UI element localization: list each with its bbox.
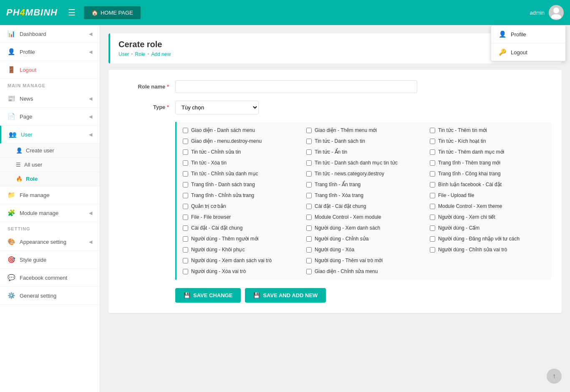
sidebar-item-news[interactable]: 📰 News ◀ xyxy=(0,90,100,108)
permission-label: Người dùng - Xem danh sách vai trò xyxy=(191,258,272,263)
permission-checkbox[interactable] xyxy=(306,269,312,274)
permission-checkbox[interactable] xyxy=(430,149,435,155)
profile-nav-icon: 👤 xyxy=(8,48,15,56)
permission-checkbox[interactable] xyxy=(430,182,435,187)
permission-checkbox[interactable] xyxy=(430,128,435,133)
permission-checkbox[interactable] xyxy=(306,236,312,242)
breadcrumb-role[interactable]: Role xyxy=(135,51,146,57)
permission-checkbox[interactable] xyxy=(306,258,312,263)
permission-checkbox[interactable] xyxy=(430,247,435,253)
permission-item: Cài đặt - Cài đặt chung xyxy=(183,224,298,232)
permission-checkbox[interactable] xyxy=(306,225,312,231)
sidebar-item-label: News xyxy=(20,96,85,102)
permission-checkbox[interactable] xyxy=(430,160,435,166)
permission-checkbox[interactable] xyxy=(183,139,188,144)
button-group: 💾 SAVE CHANGE 💾 SAVE AND ADD NEW xyxy=(175,288,551,303)
breadcrumb-user[interactable]: User xyxy=(119,51,129,57)
sidebar-item-file-manage[interactable]: 📁 File manage xyxy=(0,186,100,204)
permission-checkbox[interactable] xyxy=(183,182,188,187)
sidebar-item-profile[interactable]: 👤 Profile ◀ xyxy=(0,43,100,61)
permission-checkbox[interactable] xyxy=(183,215,188,220)
permission-checkbox[interactable] xyxy=(306,215,312,220)
permission-checkbox[interactable] xyxy=(306,193,312,198)
permission-checkbox[interactable] xyxy=(183,258,188,263)
permission-label: Bình luận facebook - Cài đặt xyxy=(438,182,502,187)
permission-checkbox[interactable] xyxy=(183,128,188,133)
permission-item: Người dùng - Xem danh sách vai trò xyxy=(183,256,298,265)
sidebar-item-create-user[interactable]: 👤 Create user xyxy=(0,144,100,158)
permission-label: Tin tức - Kích hoạt tin xyxy=(438,138,486,144)
sidebar-item-style-guide[interactable]: 🎯 Style guide xyxy=(0,251,100,269)
permission-checkbox[interactable] xyxy=(306,247,312,253)
permission-checkbox[interactable] xyxy=(430,225,435,231)
admin-menu[interactable]: admin xyxy=(530,5,564,20)
breadcrumb-sep: • xyxy=(131,51,133,57)
sidebar-item-page[interactable]: 📄 Page ◀ xyxy=(0,108,100,126)
permission-item: Trang tĩnh - Công khai trang xyxy=(430,169,545,178)
permission-label: Trang tĩnh - Thêm trang mới xyxy=(438,160,500,166)
sidebar-item-label: Dashboard xyxy=(20,31,85,37)
permission-checkbox[interactable] xyxy=(306,182,312,187)
permission-label: File - File browser xyxy=(191,214,231,220)
permission-checkbox[interactable] xyxy=(183,149,188,155)
permission-checkbox[interactable] xyxy=(306,128,312,133)
type-select[interactable]: Tùy chọn xyxy=(175,101,259,114)
permission-checkbox[interactable] xyxy=(183,236,188,242)
sidebar-item-role[interactable]: 🔥 Role xyxy=(0,172,100,186)
sidebar-item-all-user[interactable]: ☰ All user xyxy=(0,158,100,172)
hamburger-button[interactable]: ☰ xyxy=(66,5,78,20)
save-and-add-new-button[interactable]: 💾 SAVE AND ADD NEW xyxy=(245,288,326,303)
permission-checkbox[interactable] xyxy=(306,171,312,177)
permission-checkbox[interactable] xyxy=(430,236,435,242)
save-change-button[interactable]: 💾 SAVE CHANGE xyxy=(175,288,241,303)
arrow-icon: ◀ xyxy=(89,49,92,55)
role-name-input[interactable] xyxy=(175,80,417,93)
permission-checkbox[interactable] xyxy=(183,171,188,177)
all-user-icon: ☰ xyxy=(16,162,21,168)
permission-checkbox[interactable] xyxy=(306,149,312,155)
permission-checkbox[interactable] xyxy=(183,269,188,274)
sidebar-item-label: Page xyxy=(20,114,85,120)
permission-item: Người dùng - Đăng nhập với tư cách xyxy=(430,235,545,243)
dropdown-profile[interactable]: 👤 Profile xyxy=(491,25,565,43)
permission-label: Trang tĩnh - Ẩn trang xyxy=(315,182,361,187)
facebook-comment-icon: 💬 xyxy=(8,274,15,281)
permission-checkbox[interactable] xyxy=(183,225,188,231)
dropdown-logout[interactable]: 🔑 Logout xyxy=(491,43,565,61)
dropdown-profile-label: Profile xyxy=(511,31,526,38)
sidebar-item-logout[interactable]: 🚪 Logout xyxy=(0,61,100,79)
homepage-button[interactable]: 🏠 HOME PAGE xyxy=(84,6,141,19)
breadcrumb-current: Add new xyxy=(151,51,171,57)
sidebar-item-user[interactable]: 👥 User ◀ xyxy=(0,126,100,144)
permission-label: Tin tức - Chỉnh sửa danh mục xyxy=(191,171,258,177)
dropdown-menu: 👤 Profile 🔑 Logout xyxy=(491,25,566,61)
style-guide-icon: 🎯 xyxy=(8,256,15,263)
permission-checkbox[interactable] xyxy=(306,139,312,144)
permission-checkbox[interactable] xyxy=(430,215,435,220)
scroll-to-top-button[interactable]: ↑ xyxy=(547,369,562,384)
sidebar-item-facebook-comment[interactable]: 💬 Facebook comment xyxy=(0,269,100,287)
permission-checkbox[interactable] xyxy=(306,204,312,209)
permission-label: Module Control - Xem module xyxy=(315,214,381,220)
permission-checkbox[interactable] xyxy=(183,193,188,198)
permission-item: Tin tức - Kích hoạt tin xyxy=(430,137,545,145)
permission-checkbox[interactable] xyxy=(430,204,435,209)
sidebar-item-dashboard[interactable]: 📊 Dashboard ◀ xyxy=(0,25,100,43)
sidebar-item-general-setting[interactable]: ⚙️ General setting xyxy=(0,287,100,305)
permission-label: Trang tĩnh - Xóa trang xyxy=(315,192,363,198)
permission-checkbox[interactable] xyxy=(183,204,188,209)
sidebar-item-appearance-setting[interactable]: 🎨 Appearance setting ◀ xyxy=(0,233,100,251)
permission-checkbox[interactable] xyxy=(430,139,435,144)
permission-label: Cài đặt - Cài đặt chung xyxy=(315,203,366,209)
dropdown-logout-label: Logout xyxy=(511,49,527,56)
permission-checkbox[interactable] xyxy=(430,171,435,177)
permission-checkbox[interactable] xyxy=(306,160,312,166)
permission-item: Người dùng - Chỉnh sửa vai trò xyxy=(430,245,545,254)
permission-checkbox[interactable] xyxy=(430,193,435,198)
permission-checkbox[interactable] xyxy=(183,247,188,253)
sidebar-item-module-manage[interactable]: 🧩 Module manage ◀ xyxy=(0,204,100,222)
create-user-icon: 👤 xyxy=(16,147,23,154)
permission-checkbox[interactable] xyxy=(183,160,188,166)
admin-label: admin xyxy=(530,10,545,16)
permission-item: Quản trị cơ bản xyxy=(183,202,298,210)
